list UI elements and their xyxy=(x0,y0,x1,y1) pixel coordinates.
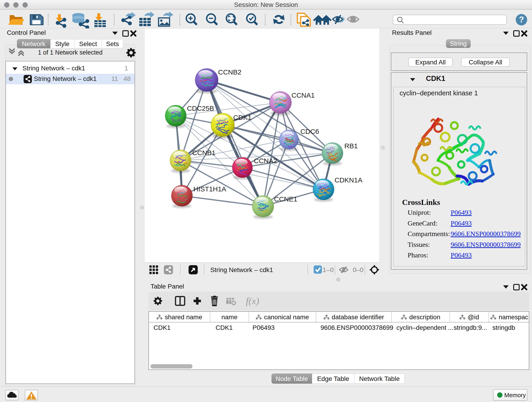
svg-text:CCNE1: CCNE1 xyxy=(274,195,298,203)
svg-text:CDC25B: CDC25B xyxy=(187,104,214,112)
svg-text:CCNA2: CCNA2 xyxy=(254,157,277,165)
svg-text:String Network – cdk1: String Network – cdk1 xyxy=(210,266,273,274)
svg-text:0 – 0: 0 – 0 xyxy=(353,266,363,274)
svg-text:f(x): f(x) xyxy=(246,296,259,306)
svg-text:1 – 0: 1 – 0 xyxy=(323,266,334,274)
svg-text:CDKN1A: CDKN1A xyxy=(335,176,362,184)
svg-text:CDK1: CDK1 xyxy=(233,114,252,121)
svg-text:?: ? xyxy=(519,15,524,24)
svg-text:CCNA1: CCNA1 xyxy=(291,91,315,99)
svg-text:HIST1H1A: HIST1H1A xyxy=(193,185,226,193)
svg-text:RB1: RB1 xyxy=(344,142,358,150)
svg-text:CCNB1: CCNB1 xyxy=(192,149,215,157)
svg-text:CDC6: CDC6 xyxy=(300,128,319,135)
svg-text:CCNB2: CCNB2 xyxy=(218,68,241,76)
